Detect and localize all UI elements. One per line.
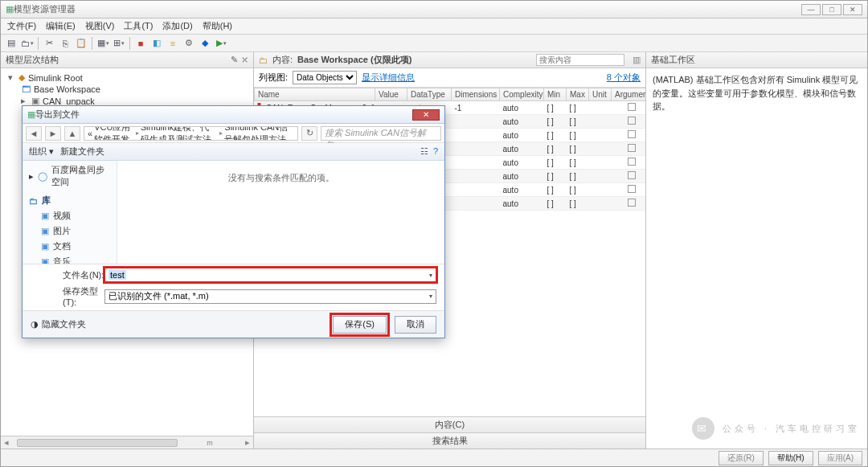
side-videos[interactable]: ▣视频 — [23, 208, 117, 223]
side-documents[interactable]: ▣文档 — [23, 239, 117, 254]
col-argument[interactable]: Argument — [612, 88, 646, 101]
left-scrollbar[interactable]: ◂ m ▸ — [1, 436, 253, 449]
export-dialog: ▦ 导出到文件 ✕ ◄ ► ▲ « VCU应用软件开发▸ Simulink建模、… — [22, 105, 445, 338]
object-count[interactable]: 8 个对象 — [607, 72, 641, 84]
crumb-0[interactable]: VCU应用软件开发 — [94, 126, 134, 141]
tb-signal-icon[interactable]: ◧ — [149, 36, 164, 51]
crumb-1[interactable]: Simulink建模、代码生成及测试方法 — [141, 126, 219, 141]
menu-view[interactable]: 视图(V) — [82, 19, 118, 33]
tree-base-workspace[interactable]: 🗔Base Workspace — [6, 84, 248, 95]
col-dimensions[interactable]: Dimensions — [452, 88, 500, 101]
organize-menu[interactable]: 组织 ▾ — [29, 145, 54, 158]
apply-button[interactable]: 应用(A) — [818, 451, 862, 465]
cancel-button[interactable]: 取消 — [395, 316, 436, 334]
breadcrumb[interactable]: « VCU应用软件开发▸ Simulink建模、代码生成及测试方法▸ Simul… — [84, 126, 298, 141]
tb-grid-icon[interactable]: ▦ — [96, 36, 110, 51]
status-bar: 还原(R) 帮助(H) 应用(A) — [1, 449, 867, 466]
filter-label: 列视图: — [259, 72, 288, 84]
pin-icon[interactable]: ⤫ — [241, 55, 248, 65]
menu-file[interactable]: 文件(F) — [4, 19, 39, 33]
side-sync[interactable]: ▸◯百度网盘同步空间 — [23, 162, 117, 190]
menubar: 文件(F) 编辑(E) 视图(V) 工具(T) 添加(D) 帮助(H) — [1, 18, 867, 35]
tb-sep — [38, 37, 39, 50]
tb-bus-icon[interactable]: ≡ — [166, 36, 180, 51]
save-button[interactable]: 保存(S) — [333, 316, 387, 334]
menu-add[interactable]: 添加(D) — [159, 19, 195, 33]
contents-tab[interactable]: 内容(C) — [254, 416, 645, 432]
dialog-nav: ◄ ► ▲ « VCU应用软件开发▸ Simulink建模、代码生成及测试方法▸… — [23, 124, 444, 143]
dialog-help-icon[interactable]: ? — [433, 146, 438, 157]
tb-paste-icon[interactable]: 📋 — [74, 36, 88, 51]
hide-folders-toggle[interactable]: ◑隐藏文件夹 — [31, 318, 86, 330]
tb-simulink-icon[interactable]: ◆ — [198, 36, 212, 51]
dialog-fields: 文件名(N): test 保存类型(T): 已识别的文件 (*.mat, *.m… — [23, 264, 444, 310]
tree-root[interactable]: ▾◆Simulink Root — [6, 72, 248, 84]
menu-help[interactable]: 帮助(H) — [199, 19, 235, 33]
tb-more-icon[interactable]: ▶ — [214, 36, 228, 51]
folder-icon: 🗀 — [259, 55, 268, 65]
menu-tools[interactable]: 工具(T) — [121, 19, 156, 33]
col-value[interactable]: Value — [375, 88, 407, 101]
tree-block-label: CAN_unpack — [43, 96, 95, 106]
scrollbar-thumb[interactable] — [17, 439, 178, 447]
dialog-body: ▸◯百度网盘同步空间 🗀库 ▣视频 ▣图片 ▣文档 ▣音乐 🖳计算机 ⛁Wind… — [23, 161, 444, 264]
show-details-link[interactable]: 显示详细信息 — [362, 72, 415, 84]
dialog-title: 导出到文件 — [35, 109, 412, 121]
filter-icon[interactable]: ▥ — [633, 55, 641, 65]
edit-icon[interactable]: ✎ — [231, 55, 238, 65]
tb-block-icon[interactable]: ■ — [133, 36, 148, 51]
contents-label: 内容: — [272, 54, 293, 66]
search-results-tab[interactable]: 搜索结果 — [254, 432, 645, 449]
maximize-button[interactable]: □ — [822, 4, 841, 15]
tb-cut-icon[interactable]: ✂ — [42, 36, 56, 51]
refresh-button[interactable]: ↻ — [301, 126, 317, 141]
tb-config-icon[interactable]: ⚙ — [182, 36, 196, 51]
hierarchy-header: 模型层次结构 ✎⤫ — [1, 52, 253, 68]
filetype-select[interactable]: 已识别的文件 (*.mat, *.m) — [104, 289, 436, 304]
tb-open-icon[interactable]: 🗀 — [20, 36, 35, 51]
dialog-search[interactable]: 搜索 Simulink CAN信号解包... — [321, 126, 441, 141]
tb-copy-icon[interactable]: ⎘ — [58, 36, 72, 51]
nav-back-button[interactable]: ◄ — [26, 126, 42, 141]
nav-forward-button[interactable]: ► — [45, 126, 61, 141]
view-mode-icon[interactable]: ☷ — [420, 146, 428, 157]
menu-edit[interactable]: 编辑(E) — [43, 19, 79, 33]
right-title: 基础工作区 — [651, 54, 695, 66]
close-button[interactable]: ✕ — [843, 4, 862, 15]
minimize-button[interactable]: — — [801, 4, 821, 15]
dialog-file-area: 没有与搜索条件匹配的项。 — [117, 161, 444, 264]
crumb-lead: « — [88, 129, 92, 138]
contents-header: 🗀 内容: Base Workspace (仅限此项) ▥ — [254, 52, 645, 68]
scroll-label: m — [207, 439, 213, 447]
col-max[interactable]: Max — [567, 88, 589, 101]
side-library[interactable]: 🗀库 — [23, 193, 117, 208]
side-music[interactable]: ▣音乐 — [23, 254, 117, 264]
filename-input[interactable]: test — [104, 268, 436, 282]
contents-search[interactable] — [536, 54, 624, 66]
right-body-text: (MATLAB) 基础工作区包含对所有 Simulink 模型可见的变量。这些变… — [646, 68, 867, 449]
col-min[interactable]: Min — [544, 88, 567, 101]
new-folder-button[interactable]: 新建文件夹 — [60, 145, 104, 158]
crumb-2[interactable]: Simulink CAN信号解包处理方法 — [224, 126, 294, 141]
grid-header-row: Name Value DataType Dimensions Complexit… — [255, 88, 646, 101]
revert-button[interactable]: 还原(R) — [719, 451, 764, 465]
col-name[interactable]: Name — [255, 88, 375, 101]
column-view-select[interactable]: Data Objects — [293, 71, 357, 84]
workspace-icon: 🗔 — [22, 84, 31, 94]
dialog-close-button[interactable]: ✕ — [412, 109, 440, 121]
dialog-titlebar[interactable]: ▦ 导出到文件 ✕ — [23, 106, 444, 124]
empty-message: 没有与搜索条件匹配的项。 — [228, 172, 334, 184]
col-complexity[interactable]: Complexity — [500, 88, 544, 101]
simulink-root-icon: ◆ — [18, 72, 25, 83]
filename-label: 文件名(N): — [63, 269, 104, 281]
contents-scope: Base Workspace (仅限此项) — [297, 54, 411, 66]
col-datatype[interactable]: DataType — [407, 88, 452, 101]
nav-up-button[interactable]: ▲ — [64, 126, 80, 141]
side-pictures[interactable]: ▣图片 — [23, 223, 117, 239]
help-button[interactable]: 帮助(H) — [768, 451, 813, 465]
titlebar: ▦ 模型资源管理器 — □ ✕ — [1, 1, 867, 18]
tb-add-icon[interactable]: ⊞ — [112, 36, 126, 51]
tb-sep — [129, 37, 130, 50]
tb-new-icon[interactable]: ▤ — [4, 36, 18, 51]
col-unit[interactable]: Unit — [589, 88, 612, 101]
